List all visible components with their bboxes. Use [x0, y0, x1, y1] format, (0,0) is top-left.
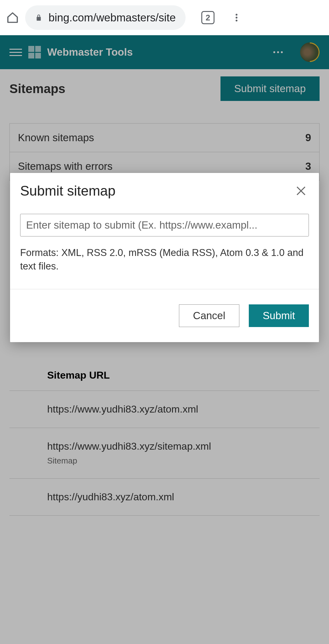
modal-footer: Cancel Submit: [10, 289, 319, 342]
browser-toolbar: bing.com/webmasters/sitem 2: [0, 0, 329, 35]
svg-point-0: [236, 14, 237, 16]
cancel-button[interactable]: Cancel: [179, 304, 240, 327]
lock-icon: [35, 13, 43, 22]
svg-point-1: [236, 17, 237, 19]
formats-help-text: Formats: XML, RSS 2.0, mRSS (Media RSS),…: [20, 246, 309, 273]
browser-menu-icon[interactable]: [230, 11, 243, 24]
svg-point-2: [236, 19, 237, 21]
tab-switcher[interactable]: 2: [201, 11, 215, 24]
modal-body: Formats: XML, RSS 2.0, mRSS (Media RSS),…: [10, 209, 319, 289]
home-icon[interactable]: [6, 11, 19, 24]
sitemap-url-input[interactable]: [20, 214, 309, 236]
close-icon[interactable]: [295, 185, 307, 197]
url-text: bing.com/webmasters/sitem: [48, 11, 176, 24]
tab-count: 2: [206, 13, 210, 23]
modal-header: Submit sitemap: [10, 173, 319, 209]
modal-title: Submit sitemap: [20, 183, 115, 199]
submit-sitemap-modal: Submit sitemap Formats: XML, RSS 2.0, mR…: [10, 173, 319, 342]
submit-button[interactable]: Submit: [249, 304, 309, 327]
url-bar[interactable]: bing.com/webmasters/sitem: [25, 5, 186, 30]
